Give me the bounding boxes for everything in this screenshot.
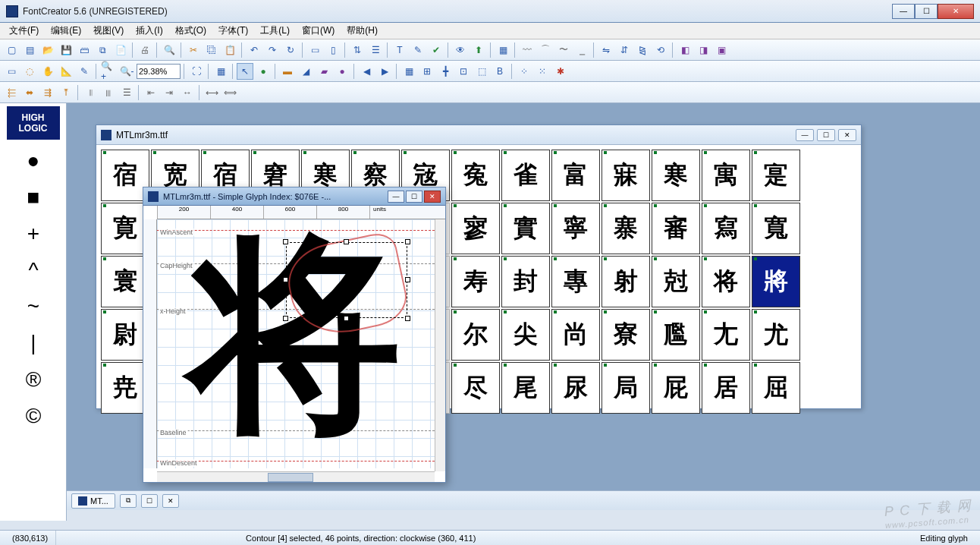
glyph-cell[interactable]: 封 xyxy=(501,256,550,307)
align-l-icon[interactable]: ⬱ xyxy=(3,84,20,101)
glyph-cell[interactable]: 寨 xyxy=(602,203,650,254)
copy-doc-icon[interactable]: ⧉ xyxy=(94,42,111,58)
layer2-icon[interactable]: ◨ xyxy=(695,42,711,58)
shape1-icon[interactable]: ▬ xyxy=(279,63,296,80)
glyph-cell[interactable]: 局 xyxy=(602,362,650,414)
glyph-editor-titlebar[interactable]: MTLmr3m.ttf - Simple Glyph Index: $076E … xyxy=(143,187,445,206)
maximize-button[interactable]: ☐ xyxy=(915,4,938,19)
curve1-icon[interactable]: 〰 xyxy=(519,42,536,58)
scrollbar-vertical[interactable] xyxy=(435,219,445,471)
glyph-cell[interactable]: 尾 xyxy=(501,362,550,414)
glyph-cell[interactable]: 雀 xyxy=(501,150,550,201)
pen-icon[interactable]: ✎ xyxy=(76,63,93,80)
menu-view[interactable]: 视图(V) xyxy=(87,23,130,39)
width2-icon[interactable]: ⟺ xyxy=(221,84,238,101)
glyph-cell[interactable]: 寬 xyxy=(752,203,800,254)
glyph-cell[interactable]: 寔 xyxy=(752,150,800,201)
dist3-icon[interactable]: ☰ xyxy=(118,84,135,101)
panel-icon[interactable]: ▦ xyxy=(495,42,511,58)
palette-tilde[interactable]: ~ xyxy=(0,288,67,325)
font-window-close[interactable]: ✕ xyxy=(838,129,856,141)
align-c-icon[interactable]: ⬌ xyxy=(21,84,38,101)
taskbar-restore[interactable]: ⧉ xyxy=(120,494,137,508)
glyph-cell[interactable]: 屈 xyxy=(752,362,800,414)
taskbar-close[interactable]: ✕ xyxy=(162,494,179,508)
install-icon[interactable]: ⬆ xyxy=(470,42,487,58)
metrics-icon[interactable]: ⬚ xyxy=(473,63,490,80)
shape4-icon[interactable]: ● xyxy=(334,63,350,80)
curve3-icon[interactable]: 〜 xyxy=(555,42,572,58)
font-window-maximize[interactable]: ☐ xyxy=(817,129,835,141)
editor-canvas[interactable]: 200 400 600 800 units WinAscent CapHeigh… xyxy=(143,206,445,482)
fit-icon[interactable]: ⛶ xyxy=(188,63,205,80)
paste-icon[interactable]: 📋 xyxy=(221,42,238,58)
menu-tools[interactable]: 工具(L) xyxy=(254,23,296,39)
new-doc-icon[interactable]: ▤ xyxy=(21,42,38,58)
glyph-editor-maximize[interactable]: ☐ xyxy=(406,191,422,203)
taskbar-tab-1[interactable]: MT... xyxy=(71,493,115,509)
new-icon[interactable]: ▢ xyxy=(3,42,20,58)
space2-icon[interactable]: ⇥ xyxy=(161,84,177,101)
hand-icon[interactable]: ✋ xyxy=(39,63,56,80)
glyph-editor-close[interactable]: ✕ xyxy=(424,191,441,203)
curve2-icon[interactable]: ⌒ xyxy=(537,42,554,58)
glyph-cell[interactable]: 尿 xyxy=(551,362,600,414)
grid2-icon[interactable]: ⊞ xyxy=(419,63,435,80)
palette-square[interactable]: ■ xyxy=(0,179,67,216)
repeat-icon[interactable]: ↻ xyxy=(282,42,299,58)
zoom-input[interactable] xyxy=(137,64,181,79)
scrollbar-horizontal[interactable] xyxy=(157,471,435,482)
nav-left-icon[interactable]: ◀ xyxy=(358,63,375,80)
glyph-cell[interactable]: 寓 xyxy=(702,150,750,201)
flip-v-icon[interactable]: ⇵ xyxy=(616,42,633,58)
glyph-cell[interactable]: 尅 xyxy=(652,256,700,307)
glyph-cell[interactable]: 尶 xyxy=(652,309,700,361)
guides-icon[interactable]: ╋ xyxy=(437,63,454,80)
palette-caret[interactable]: ^ xyxy=(0,252,67,288)
layer1-icon[interactable]: ◧ xyxy=(677,42,693,58)
close-button[interactable]: ✕ xyxy=(938,4,974,19)
glyph-cell[interactable]: 屁 xyxy=(652,362,700,414)
width1-icon[interactable]: ⟷ xyxy=(203,84,220,101)
check-icon[interactable]: ✔ xyxy=(428,42,444,58)
menu-window[interactable]: 窗口(W) xyxy=(296,23,341,39)
palette-pipe[interactable]: | xyxy=(0,325,67,361)
glyph-cell[interactable]: 将 xyxy=(702,256,750,307)
glyph-cell[interactable]: 寮 xyxy=(602,309,650,361)
dist1-icon[interactable]: ⫴ xyxy=(82,84,99,101)
cut-icon[interactable]: ✂ xyxy=(185,42,202,58)
grid-icon[interactable]: ▦ xyxy=(400,63,417,80)
paste-doc-icon[interactable]: 📄 xyxy=(112,42,129,58)
glyph-cell[interactable]: 尚 xyxy=(551,309,600,361)
menu-font[interactable]: 字体(T) xyxy=(212,23,254,39)
preview-icon[interactable]: 👁 xyxy=(452,42,469,58)
glyph-cell[interactable]: 寧 xyxy=(551,203,600,254)
measure-icon[interactable]: 📐 xyxy=(58,63,74,80)
glyph-cell[interactable]: 富 xyxy=(551,150,600,201)
glyph-cell[interactable]: 寥 xyxy=(451,203,500,254)
flip-h-icon[interactable]: ⇋ xyxy=(598,42,614,58)
font-window-minimize[interactable]: — xyxy=(796,129,814,141)
align-r-icon[interactable]: ⇶ xyxy=(39,84,56,101)
menu-format[interactable]: 格式(O) xyxy=(169,23,212,39)
window1-icon[interactable]: ▭ xyxy=(306,42,323,58)
select-rect-icon[interactable]: ▭ xyxy=(3,63,20,80)
scrollbar-thumb[interactable] xyxy=(268,473,313,482)
node-icon[interactable]: ● xyxy=(255,63,272,80)
glyph-cell[interactable]: 尔 xyxy=(451,309,500,361)
lasso-icon[interactable]: ◌ xyxy=(21,63,38,80)
glyph-cell[interactable]: 寒 xyxy=(652,150,700,201)
glyph-cell[interactable]: 實 xyxy=(501,203,550,254)
copy-icon[interactable]: ⿻ xyxy=(203,42,220,58)
selall-icon[interactable]: ▦ xyxy=(212,63,229,80)
palette-circle[interactable]: ● xyxy=(0,143,67,179)
curve4-icon[interactable]: ⎯ xyxy=(573,42,590,58)
sort-icon[interactable]: ⇅ xyxy=(349,42,366,58)
glyph-cell[interactable]: 尢 xyxy=(702,309,750,361)
canvas-area[interactable]: WinAscent CapHeight x-Height Baseline Wi… xyxy=(157,219,435,468)
text-icon[interactable]: T xyxy=(391,42,408,58)
zoom-in-icon[interactable]: 🔍+ xyxy=(100,63,117,80)
menu-insert[interactable]: 插入(I) xyxy=(130,23,168,39)
glyph-cell[interactable]: 寿 xyxy=(451,256,500,307)
points1-icon[interactable]: ⁘ xyxy=(516,63,532,80)
